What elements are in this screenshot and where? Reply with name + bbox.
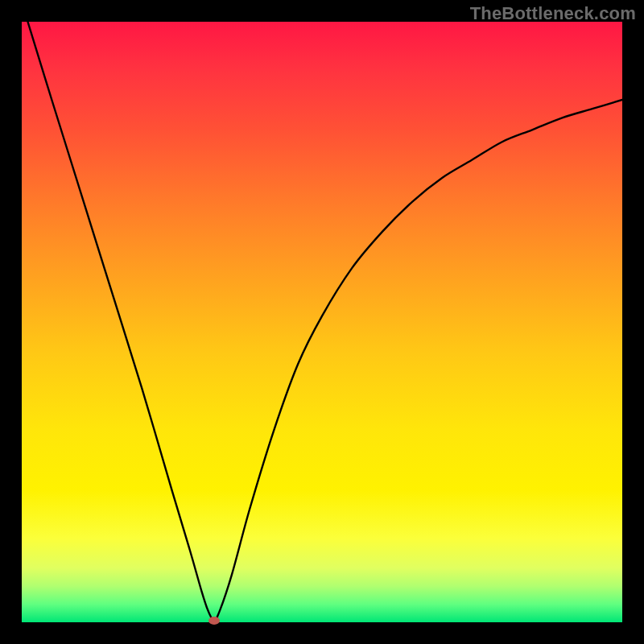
chart-frame: TheBottleneck.com [0, 0, 644, 644]
curve-layer [22, 22, 622, 622]
bottleneck-curve [27, 22, 622, 621]
watermark-text: TheBottleneck.com [470, 3, 636, 24]
minimum-marker [208, 617, 220, 625]
plot-area [22, 22, 622, 622]
